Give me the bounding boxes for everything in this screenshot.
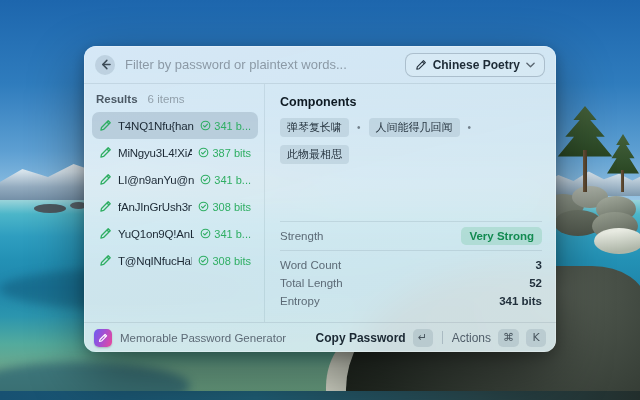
- wallpaper-boulder: [594, 228, 640, 254]
- return-key-badge: ↵: [413, 329, 433, 347]
- divider: [442, 331, 443, 344]
- results-count: 6 items: [148, 93, 185, 105]
- tag-separator: •: [357, 122, 361, 133]
- entropy-badge: 308 bits: [212, 255, 251, 267]
- detail-panel: Components 弹琴复长啸 • 人间能得几回闻 • 此物最相思 Stren…: [265, 84, 556, 322]
- check-circle-icon: [198, 255, 209, 266]
- desktop-wallpaper: Chinese Poetry Results 6 items T4NQ1Nfu{…: [0, 0, 640, 400]
- password-list-item[interactable]: LI@n9anYu@n$H3N... 341 b...: [92, 166, 258, 193]
- metadata-section: Strength Very Strong Word Count 3 Total …: [280, 221, 542, 310]
- search-input[interactable]: [125, 57, 395, 72]
- app-icon: [94, 329, 112, 347]
- k-key-badge: K: [526, 329, 546, 347]
- results-header: Results 6 items: [92, 91, 258, 112]
- password-text: fAnJInGrUsh3nL!NG...: [118, 201, 192, 213]
- entropy-badge: 387 bits: [212, 147, 251, 159]
- entropy-badge: 341 b...: [214, 120, 251, 132]
- entropy-badge: 308 bits: [212, 201, 251, 213]
- check-circle-icon: [198, 147, 209, 158]
- password-text: MiNgyu3L4!XiAn92h...: [118, 147, 192, 159]
- pencil-icon: [99, 227, 112, 240]
- password-list-item[interactable]: MiNgyu3L4!XiAn92h... 387 bits: [92, 139, 258, 166]
- window-body: Results 6 items T4NQ1Nfu{hanGxIAo... 341…: [84, 84, 556, 322]
- entropy-row: Entropy 341 bits: [280, 292, 542, 310]
- password-generator-window: Chinese Poetry Results 6 items T4NQ1Nfu{…: [84, 46, 556, 352]
- components-tags: 弹琴复长啸 • 人间能得几回闻 • 此物最相思: [280, 118, 542, 164]
- arrow-left-icon: [100, 59, 111, 70]
- password-list-item[interactable]: YuQ1on9Q!AnLimuC!... 341 b...: [92, 220, 258, 247]
- window-header: Chinese Poetry: [84, 46, 556, 84]
- chevron-down-icon: [526, 62, 535, 68]
- entropy-badge: 341 b...: [214, 174, 251, 186]
- wallpaper-water-edge: [0, 391, 640, 400]
- word-count-row: Word Count 3: [280, 256, 542, 274]
- check-circle-icon: [198, 201, 209, 212]
- back-button[interactable]: [95, 55, 115, 75]
- check-circle-icon: [200, 174, 211, 185]
- preset-dropdown[interactable]: Chinese Poetry: [405, 53, 545, 77]
- component-tag: 此物最相思: [280, 145, 349, 164]
- pencil-icon: [415, 59, 427, 71]
- preset-dropdown-label: Chinese Poetry: [433, 58, 520, 72]
- results-list: Results 6 items T4NQ1Nfu{hanGxIAo... 341…: [84, 84, 265, 322]
- pencil-icon: [99, 146, 112, 159]
- component-tag: 人间能得几回闻: [369, 118, 460, 137]
- copy-password-button[interactable]: Copy Password: [316, 331, 406, 345]
- window-footer: Memorable Password Generator Copy Passwo…: [84, 322, 556, 352]
- password-list-item[interactable]: T4NQ1Nfu{hanGxIAo... 341 b...: [92, 112, 258, 139]
- password-text: T4NQ1Nfu{hanGxIAo...: [118, 120, 194, 132]
- password-list-item[interactable]: T@NqINfucHaN9xi... 308 bits: [92, 247, 258, 274]
- results-title: Results: [96, 93, 138, 105]
- check-circle-icon: [200, 228, 211, 239]
- pencil-icon: [99, 173, 112, 186]
- pencil-icon: [99, 200, 112, 213]
- components-title: Components: [280, 95, 542, 109]
- strength-row: Strength Very Strong: [280, 222, 542, 250]
- entropy-badge: 341 b...: [214, 228, 251, 240]
- pencil-icon: [99, 254, 112, 267]
- password-text: YuQ1on9Q!AnLimuC!...: [118, 228, 194, 240]
- wallpaper-rock: [34, 204, 66, 213]
- component-tag: 弹琴复长啸: [280, 118, 349, 137]
- actions-button[interactable]: Actions: [452, 331, 491, 345]
- tag-separator: •: [468, 122, 472, 133]
- password-text: T@NqINfucHaN9xi...: [118, 255, 192, 267]
- check-circle-icon: [200, 120, 211, 131]
- app-name: Memorable Password Generator: [120, 332, 308, 344]
- pencil-icon: [99, 119, 112, 132]
- total-length-row: Total Length 52: [280, 274, 542, 292]
- password-text: LI@n9anYu@n$H3N...: [118, 174, 194, 186]
- strength-badge: Very Strong: [461, 227, 542, 245]
- password-list-item[interactable]: fAnJInGrUsh3nL!NG... 308 bits: [92, 193, 258, 220]
- cmd-key-badge: ⌘: [498, 329, 519, 347]
- strength-label: Strength: [280, 230, 323, 242]
